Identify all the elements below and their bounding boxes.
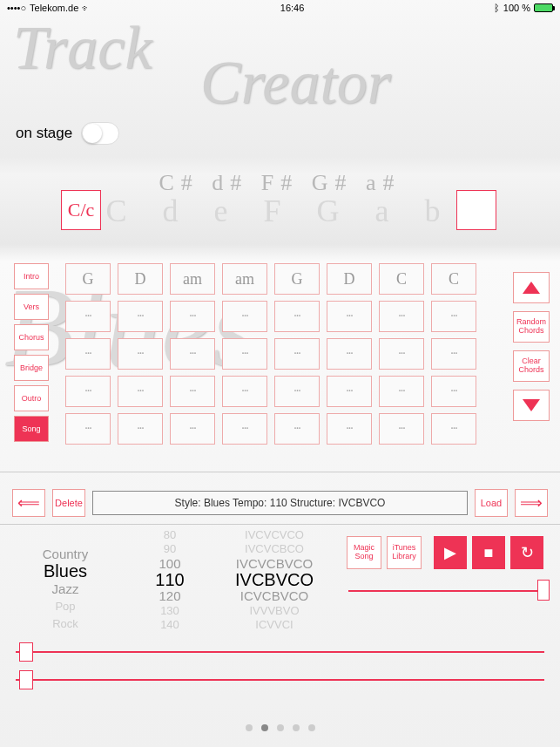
page-indicator [0,709,560,747]
battery-pct: 100 % [503,3,530,13]
chord-cell[interactable]: ··· [222,301,267,332]
chord-cell[interactable]: ··· [431,376,476,407]
section-chorus-button[interactable]: Chorus [14,324,49,350]
picker-option[interactable]: Pop [55,597,75,615]
picker-option[interactable]: IVCVCBCO [245,542,304,557]
chord-cell[interactable]: am [222,263,267,295]
chord-cell[interactable]: ··· [222,376,267,407]
section-outro-button[interactable]: Outro [14,385,49,411]
chord-cell[interactable]: ··· [327,413,372,445]
watermark-creator: Creator [200,48,391,118]
picker-option[interactable]: IVCBVCO [235,571,314,588]
chord-cell[interactable]: C [379,263,424,295]
onstage-toggle[interactable] [81,122,119,145]
picker-option[interactable]: 100 [159,556,180,571]
bluetooth-icon: ᛒ [494,3,500,13]
delete-button[interactable]: Delete [52,489,85,517]
clock: 16:46 [280,3,305,13]
chord-cell[interactable]: ··· [170,338,215,370]
section-bridge-button[interactable]: Bridge [14,355,49,381]
play-button[interactable]: ▶ [434,536,467,569]
bottom-slider-2[interactable] [16,670,544,689]
picker-option[interactable]: Country [43,545,89,562]
prev-button[interactable]: ⟸ [12,489,45,517]
chord-cell[interactable]: G [274,263,320,295]
key-blank-box[interactable] [456,190,496,230]
picker-option[interactable]: 120 [159,588,180,603]
chord-cell[interactable]: ··· [274,413,320,445]
section-song-button[interactable]: Song [14,416,49,442]
chord-cell[interactable]: ··· [65,338,111,370]
picker-option[interactable]: IVCVCVCO [245,527,304,542]
wifi-icon: ᯤ [82,3,91,13]
chord-cell[interactable]: ··· [431,413,476,445]
chord-cell[interactable]: ··· [327,376,372,407]
chord-cell[interactable]: ··· [118,413,163,445]
chord-cell[interactable]: ··· [327,338,372,370]
chord-cell[interactable]: ··· [222,338,267,370]
chord-cell[interactable]: ··· [170,301,215,332]
slider-thumb-icon[interactable] [19,670,33,689]
picker-option[interactable]: ICVCBVCO [240,588,308,603]
picker-option[interactable]: 140 [160,618,179,633]
chord-cell[interactable]: ··· [327,301,372,332]
chord-cell[interactable]: ··· [274,376,320,407]
chord-cell[interactable]: ··· [379,301,424,332]
chord-cell[interactable]: ··· [65,413,111,445]
picker-option[interactable]: Jazz [52,580,79,597]
chord-cell[interactable]: ··· [118,301,163,332]
onstage-label: on stage [16,125,72,142]
magic-song-button[interactable]: Magic Song [347,536,381,569]
random-chords-button[interactable]: Random Chords [513,311,550,343]
chord-cell[interactable]: D [327,263,372,295]
chord-cell[interactable]: ··· [222,413,267,445]
picker-option[interactable]: 110 [155,571,184,588]
structure-picker[interactable]: IVCVCVCOIVCVCBCOIVCVCBVCOIVCBVCOICVCBVCO… [209,527,340,632]
triangle-up-icon [523,282,540,294]
tempo-picker[interactable]: 8090100110120130140 [131,527,209,632]
picker-option[interactable]: 90 [164,542,176,557]
chord-cell[interactable]: ··· [118,376,163,407]
load-button[interactable]: Load [475,489,508,517]
loop-button[interactable]: ↻ [510,536,543,569]
chord-cell[interactable]: ··· [170,413,215,445]
slider-thumb-icon[interactable] [537,580,550,601]
picker-option[interactable]: 80 [164,527,176,542]
bottom-slider-1[interactable] [16,642,544,662]
info-bar: Style: Blues Tempo: 110 Structure: IVCBV… [92,491,468,515]
picker-option[interactable]: IVCVCBVCO [236,556,313,571]
chord-down-button[interactable] [513,390,550,421]
chord-cell[interactable]: ··· [431,301,476,332]
picker-option[interactable]: ICVVCI [255,618,293,633]
chord-cell[interactable]: ··· [170,376,215,407]
chord-up-button[interactable] [513,272,550,303]
picker-option[interactable]: Blues [44,562,87,580]
chord-cell[interactable]: ··· [118,338,163,370]
chord-cell[interactable]: ··· [379,376,424,407]
chord-cell[interactable]: am [170,263,215,295]
chord-cell[interactable]: G [65,263,111,295]
current-key-box[interactable]: C/c [61,190,101,230]
style-picker[interactable]: CountryBluesJazzPopRock [0,527,131,632]
chord-cell[interactable]: ··· [65,376,111,407]
battery-icon [534,3,553,12]
chord-cell[interactable]: ··· [65,301,111,332]
chord-cell[interactable]: ··· [274,301,320,332]
stop-button[interactable]: ■ [472,536,505,569]
chord-cell[interactable]: D [118,263,163,295]
chord-cell[interactable]: ··· [431,338,476,370]
chord-cell[interactable]: ··· [274,338,320,370]
next-button[interactable]: ⟹ [515,489,548,517]
progress-slider[interactable] [348,584,550,598]
section-vers-button[interactable]: Vers [14,294,49,320]
itunes-library-button[interactable]: iTunes Library [387,536,422,569]
clear-chords-button[interactable]: Clear Chords [513,350,550,382]
section-intro-button[interactable]: Intro [14,263,49,289]
picker-option[interactable]: Rock [52,615,78,632]
chord-cell[interactable]: ··· [379,338,424,370]
picker-option[interactable]: IVVVBVO [249,603,299,618]
picker-option[interactable]: 130 [160,603,179,618]
slider-thumb-icon[interactable] [19,642,33,662]
chord-cell[interactable]: C [431,263,476,295]
chord-cell[interactable]: ··· [379,413,424,445]
